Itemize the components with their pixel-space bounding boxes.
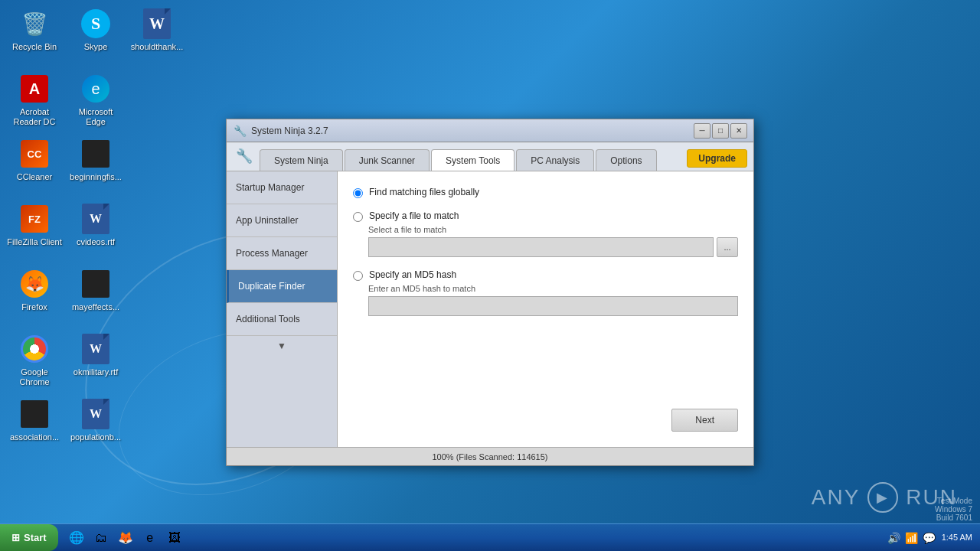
tab-options[interactable]: Options <box>596 149 656 171</box>
tab-system-ninja[interactable]: System Ninja <box>260 149 343 171</box>
microsoft-edge-icon: e <box>80 73 111 104</box>
radio-option-md5: Specify an MD5 hash <box>353 269 738 281</box>
desktop-icon-microsoft-edge[interactable]: e Microsoft Edge <box>65 69 126 134</box>
window-title: System Ninja 3.2.7 <box>251 126 694 136</box>
desktop-icon-populationb[interactable]: W populationb... <box>65 394 126 459</box>
desktop-icon-association[interactable]: association... <box>4 394 65 459</box>
okmilitary-icon: W <box>80 334 111 364</box>
association-label: association... <box>10 432 59 442</box>
taskbar-ie-icon[interactable]: 🌐 <box>66 527 87 549</box>
google-chrome-icon <box>19 334 50 364</box>
status-bar: 100% (Files Scanned: 114615) <box>227 447 753 465</box>
beginningfis-icon <box>80 139 111 169</box>
anyrun-build: Build 7601 <box>935 514 972 522</box>
desktop-icon-acrobat[interactable]: A Acrobat Reader DC <box>4 69 65 134</box>
taskbar: ⊞ Start 🌐 🗂 🦊 e 🖼 🔊 📶 💬 1:45 AM <box>0 523 980 551</box>
radio-section-specify-file: Specify a file to match Select a file to… <box>353 210 738 257</box>
desktop-icons-container: 🗑️ Recycle Bin S Skype W shouldthank... … <box>4 4 188 459</box>
radio-specify-file[interactable] <box>353 212 363 222</box>
desktop-icon-cvideos[interactable]: W cvideos.rtf <box>65 199 126 264</box>
populationb-label: populationb... <box>70 432 121 442</box>
radio-label-md5[interactable]: Specify an MD5 hash <box>369 269 456 280</box>
app-logo-icon: 🔧 <box>233 145 256 168</box>
taskbar-explorer-icon[interactable]: 🗂 <box>90 527 112 549</box>
mayeffects-label: mayeffects... <box>72 302 119 312</box>
recycle-bin-label: Recycle Bin <box>12 42 57 52</box>
mayeffects-icon <box>80 269 111 299</box>
association-icon <box>19 399 50 429</box>
radio-option-specify-file: Specify a file to match <box>353 210 738 222</box>
populationb-icon: W <box>80 399 111 429</box>
taskbar-clock[interactable]: 1:45 AM <box>942 532 972 543</box>
firefox-label: Firefox <box>21 302 47 312</box>
taskbar-pinned-icons: 🌐 🗂 🦊 e 🖼 <box>62 527 189 549</box>
window-body: Startup Manager App Uninstaller Process … <box>227 171 753 447</box>
desktop-icon-skype[interactable]: S Skype <box>65 4 126 69</box>
network-icon[interactable]: 📶 <box>905 532 918 544</box>
desktop-icon-okmilitary[interactable]: W okmilitary.rtf <box>65 329 126 394</box>
radio-option-find-globally: Find matching files globally <box>353 187 738 198</box>
start-icon: ⊞ <box>11 532 20 543</box>
clock-time: 1:45 AM <box>942 532 972 543</box>
start-button[interactable]: ⊞ Start <box>0 524 58 551</box>
md5-input-field[interactable] <box>368 296 738 316</box>
cvideos-icon: W <box>80 204 111 234</box>
taskbar-system-icons: 🔊 📶 💬 <box>887 532 936 544</box>
file-input-field[interactable] <box>368 237 714 257</box>
chrome-label: Google Chrome <box>7 367 62 387</box>
main-content: Find matching files globally Specify a f… <box>338 171 753 447</box>
window-app-icon: 🔧 <box>233 124 247 138</box>
filezilla-icon: FZ <box>19 204 50 234</box>
cvideos-label: cvideos.rtf <box>77 237 115 247</box>
filezilla-label: FilleZilla Client <box>7 237 62 247</box>
anyrun-os: Windows 7 <box>935 505 972 514</box>
volume-icon[interactable]: 🔊 <box>887 532 900 544</box>
browse-button[interactable]: ... <box>717 237 738 257</box>
desktop-icon-filezilla[interactable]: FZ FilleZilla Client <box>4 199 65 264</box>
desktop-icon-mayeffects[interactable]: mayeffects... <box>65 264 126 329</box>
radio-specify-md5[interactable] <box>353 271 363 281</box>
sidebar-item-additional-tools[interactable]: Additional Tools <box>227 303 337 336</box>
sidebar-item-duplicate-finder[interactable]: Duplicate Finder <box>227 270 337 303</box>
tab-junk-scanner[interactable]: Junk Scanner <box>345 149 430 171</box>
sidebar-scroll-down-icon[interactable]: ▼ <box>227 336 337 356</box>
md5-input-group: Enter an MD5 hash to match <box>368 284 738 316</box>
acrobat-icon: A <box>19 73 50 104</box>
desktop-icon-ccleaner[interactable]: CC CCleaner <box>4 134 65 199</box>
tab-system-tools[interactable]: System Tools <box>431 149 514 171</box>
next-button[interactable]: Next <box>671 409 738 432</box>
anyrun-play-icon: ▶ <box>867 482 898 513</box>
radio-find-globally[interactable] <box>353 188 363 198</box>
minimize-button[interactable]: ─ <box>694 123 710 139</box>
ccleaner-icon: CC <box>19 139 50 169</box>
taskbar-edge-taskbar-icon[interactable]: e <box>139 527 161 549</box>
file-sublabel: Select a file to match <box>368 225 738 234</box>
status-text: 100% (Files Scanned: 114615) <box>432 452 547 461</box>
taskbar-firefox-taskbar-icon[interactable]: 🦊 <box>115 527 136 549</box>
sidebar-item-startup-manager[interactable]: Startup Manager <box>227 171 337 204</box>
desktop-icon-firefox[interactable]: 🦊 Firefox <box>4 264 65 329</box>
sidebar-item-process-manager[interactable]: Process Manager <box>227 237 337 270</box>
desktop-icon-shouldthank[interactable]: W shouldthank... <box>126 4 188 69</box>
window-controls: ─ □ ✕ <box>694 123 747 139</box>
sidebar-item-app-uninstaller[interactable]: App Uninstaller <box>227 204 337 237</box>
shouldthank-icon: W <box>142 8 172 39</box>
notification-icon[interactable]: 💬 <box>923 532 936 544</box>
anyrun-mode: Test Mode <box>935 497 972 505</box>
taskbar-extra-icon[interactable]: 🖼 <box>164 527 185 549</box>
desktop-icon-beginningfis[interactable]: beginningfis... <box>65 134 126 199</box>
md5-sublabel: Enter an MD5 hash to match <box>368 284 738 293</box>
radio-label-find-globally[interactable]: Find matching files globally <box>369 187 479 197</box>
maximize-button[interactable]: □ <box>712 123 729 139</box>
taskbar-right-area: 🔊 📶 💬 1:45 AM <box>887 532 980 544</box>
upgrade-button[interactable]: Upgrade <box>687 149 747 168</box>
close-button[interactable]: ✕ <box>730 123 747 139</box>
next-button-row: Next <box>353 409 738 432</box>
acrobat-label: Acrobat Reader DC <box>7 107 62 127</box>
menu-bar: 🔧 System Ninja Junk Scanner System Tools… <box>227 142 753 171</box>
radio-label-specify-file[interactable]: Specify a file to match <box>369 210 459 221</box>
tab-pc-analysis[interactable]: PC Analysis <box>516 149 594 171</box>
desktop: 🗑️ Recycle Bin S Skype W shouldthank... … <box>0 0 980 551</box>
desktop-icon-chrome[interactable]: Google Chrome <box>4 329 65 394</box>
desktop-icon-recycle-bin[interactable]: 🗑️ Recycle Bin <box>4 4 65 69</box>
